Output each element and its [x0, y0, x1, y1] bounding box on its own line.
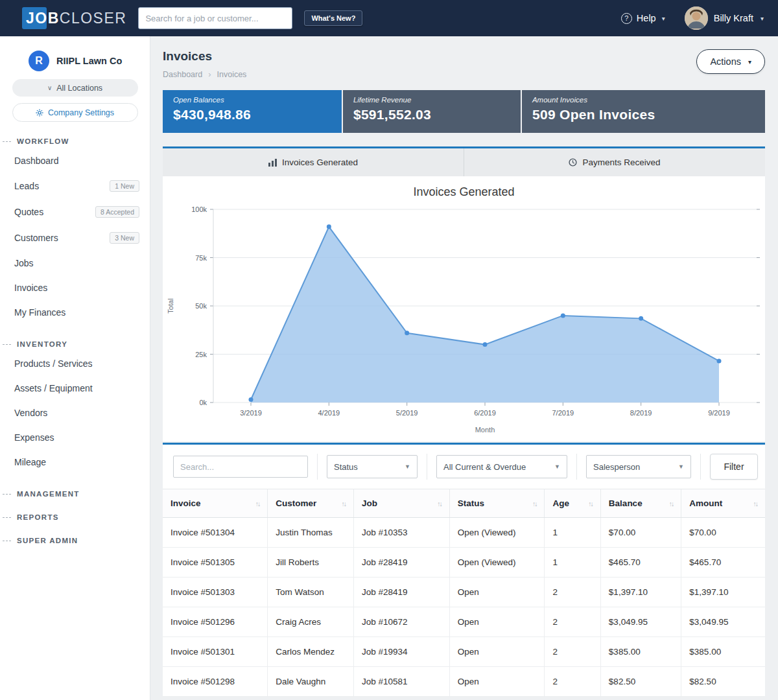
cell-job[interactable]: Job #19934	[353, 637, 449, 667]
user-menu[interactable]: Billy Kraft ▾	[685, 6, 764, 30]
company-settings-label: Company Settings	[48, 108, 114, 117]
tab-invoices-generated[interactable]: Invoices Generated	[163, 148, 464, 176]
company-header[interactable]: R RIIPL Lawn Co	[0, 47, 150, 79]
chart-tabs: Invoices GeneratedPayments Received	[163, 146, 765, 176]
invoice-list-card: Status ▼ All Current & Overdue ▼ Salespe…	[163, 443, 765, 697]
user-name: Billy Kraft	[714, 13, 753, 23]
section-dash-icon	[3, 344, 11, 345]
breadcrumb: Dashboard›Invoices	[163, 69, 246, 79]
table-search-input[interactable]	[173, 456, 308, 478]
help-icon: ?	[621, 13, 632, 24]
svg-text:4/2019: 4/2019	[318, 409, 340, 417]
cell-customer[interactable]: Tom Watson	[268, 578, 354, 607]
column-header-age[interactable]: Age↑↓	[545, 489, 600, 518]
sidebar-item-invoices[interactable]: Invoices	[0, 275, 150, 300]
table-row: Invoice #501304Justin ThomasJob #10353Op…	[163, 518, 765, 548]
svg-text:25k: 25k	[195, 351, 207, 358]
sort-icon[interactable]: ↑↓	[669, 500, 674, 508]
cell-age: 1	[545, 548, 600, 578]
nav-badge: 8 Accepted	[95, 206, 139, 218]
cell-status: Open	[449, 607, 545, 637]
svg-text:3/2019: 3/2019	[240, 409, 262, 417]
cell-invoice[interactable]: Invoice #501304	[163, 518, 268, 548]
column-header-balance[interactable]: Balance↑↓	[600, 489, 681, 518]
table-row: Invoice #501301Carlos MendezJob #19934Op…	[163, 637, 765, 667]
help-menu[interactable]: ? Help ▾	[621, 13, 665, 24]
sidebar-item-customers[interactable]: Customers3 New	[0, 225, 150, 251]
cell-status: Open	[449, 637, 545, 667]
cell-invoice[interactable]: Invoice #501305	[163, 548, 268, 578]
sidebar-item-jobs[interactable]: Jobs	[0, 251, 150, 275]
sort-icon[interactable]: ↑↓	[532, 500, 537, 508]
cell-balance: $385.00	[600, 637, 681, 667]
cell-customer[interactable]: Justin Thomas	[268, 518, 354, 548]
logo[interactable]: JOBCLOSER	[26, 6, 126, 30]
sidebar-item-my-finances[interactable]: My Finances	[0, 300, 150, 325]
bar-chart-icon	[268, 159, 277, 167]
breadcrumb-dashboard[interactable]: Dashboard	[163, 70, 202, 79]
cell-invoice[interactable]: Invoice #501303	[163, 578, 268, 607]
column-header-job[interactable]: Job↑↓	[353, 489, 449, 518]
chevron-down-icon: ▾	[760, 15, 764, 22]
svg-text:0k: 0k	[199, 399, 207, 406]
sidebar-item-vendors[interactable]: Vendors	[0, 401, 150, 425]
status-select[interactable]: Status ▼	[327, 455, 418, 478]
cell-customer[interactable]: Dale Vaughn	[268, 667, 354, 697]
sort-icon[interactable]: ↑↓	[255, 500, 260, 508]
section-dash-icon	[3, 517, 11, 518]
column-header-customer[interactable]: Customer↑↓	[268, 489, 354, 518]
cell-status: Open	[449, 578, 545, 607]
sidebar-item-mileage[interactable]: Mileage	[0, 450, 150, 474]
cell-job[interactable]: Job #28419	[353, 578, 449, 607]
cell-customer[interactable]: Jill Roberts	[268, 548, 354, 578]
cell-job[interactable]: Job #10353	[353, 518, 449, 548]
cell-balance: $3,049.95	[600, 607, 681, 637]
sort-icon[interactable]: ↑↓	[753, 500, 758, 508]
sidebar-item-products-services[interactable]: Products / Services	[0, 351, 150, 376]
sort-icon[interactable]: ↑↓	[437, 500, 442, 508]
company-settings-button[interactable]: Company Settings	[12, 103, 138, 122]
stat-label: Open Balances	[173, 96, 331, 104]
whats-new-button[interactable]: What's New?	[304, 10, 362, 26]
current-overdue-select[interactable]: All Current & Overdue ▼	[436, 455, 567, 478]
invoices-table: Invoice↑↓Customer↑↓Job↑↓Status↑↓Age↑↓Bal…	[163, 489, 765, 697]
column-header-amount[interactable]: Amount↑↓	[681, 489, 765, 518]
filter-row: Status ▼ All Current & Overdue ▼ Salespe…	[163, 445, 765, 489]
cell-job[interactable]: Job #10672	[353, 607, 449, 637]
sidebar-item-dashboard[interactable]: Dashboard	[0, 148, 150, 173]
cell-job[interactable]: Job #28419	[353, 548, 449, 578]
stat-value: $591,552.03	[353, 107, 510, 122]
clock-icon	[569, 158, 577, 167]
sidebar-nav: WORKFLOWDashboardLeads1 NewQuotes8 Accep…	[0, 137, 150, 544]
page-header: Invoices Dashboard›Invoices Actions ▾	[163, 49, 765, 79]
cell-invoice[interactable]: Invoice #501301	[163, 637, 268, 667]
cell-job[interactable]: Job #10581	[353, 667, 449, 697]
column-header-invoice[interactable]: Invoice↑↓	[163, 489, 268, 518]
main-content: Invoices Dashboard›Invoices Actions ▾ Op…	[151, 36, 778, 700]
sort-icon[interactable]: ↑↓	[341, 500, 346, 508]
sidebar-item-quotes[interactable]: Quotes8 Accepted	[0, 199, 150, 225]
svg-text:6/2019: 6/2019	[474, 409, 496, 417]
cell-invoice[interactable]: Invoice #501296	[163, 607, 268, 637]
sidebar-item-expenses[interactable]: Expenses	[0, 425, 150, 450]
tab-payments-received[interactable]: Payments Received	[464, 148, 765, 176]
cell-customer[interactable]: Craig Acres	[268, 607, 354, 637]
cell-customer[interactable]: Carlos Mendez	[268, 637, 354, 667]
salesperson-select[interactable]: Salesperson ▼	[586, 455, 691, 478]
actions-button[interactable]: Actions ▾	[696, 49, 765, 74]
select-caret-icon: ▼	[554, 463, 560, 470]
sidebar-item-leads[interactable]: Leads1 New	[0, 173, 150, 199]
cell-invoice[interactable]: Invoice #501298	[163, 667, 268, 697]
chart-title: Invoices Generated	[163, 185, 765, 199]
cell-amount: $3,049.95	[681, 607, 765, 637]
global-search-input[interactable]	[138, 7, 292, 29]
column-header-status[interactable]: Status↑↓	[449, 489, 545, 518]
all-locations-selector[interactable]: ∨ All Locations	[12, 79, 138, 97]
stat-card-open-balances: Open Balances$430,948.86	[163, 90, 342, 133]
sidebar-item-assets-equipment[interactable]: Assets / Equipment	[0, 376, 150, 401]
sort-icon[interactable]: ↑↓	[588, 500, 593, 508]
svg-text:50k: 50k	[195, 302, 207, 310]
table-row: Invoice #501305Jill RobertsJob #28419Ope…	[163, 548, 765, 578]
cell-amount: $82.50	[681, 667, 765, 697]
filter-button[interactable]: Filter	[710, 454, 758, 480]
